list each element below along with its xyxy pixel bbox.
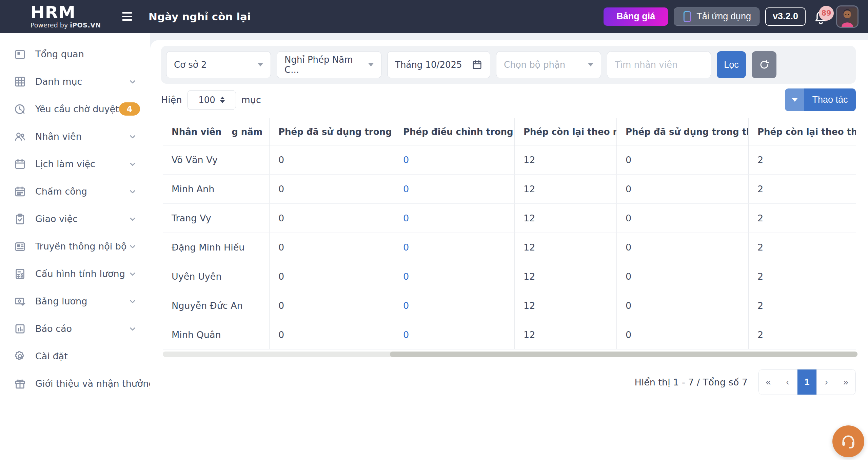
stepper-arrows-icon: [220, 97, 225, 103]
employee-name-cell: Võ Văn Vy: [163, 145, 270, 174]
actions-label: Thao tác: [804, 88, 856, 111]
version-button[interactable]: v3.2.0: [765, 7, 806, 26]
support-fab-button[interactable]: [832, 425, 864, 457]
adjusted-year-link[interactable]: 0: [403, 329, 409, 340]
chevron-down-icon: [127, 324, 138, 334]
sidebar-item-payroll-config[interactable]: Cấu hình tính lương: [0, 260, 150, 287]
column-header-label: Nhân viên: [172, 127, 221, 137]
notification-count-badge: 89: [819, 6, 834, 21]
sidebar-item-referral[interactable]: Giới thiệu và nhận thưởng: [0, 370, 150, 397]
table-row: Võ Văn Vy 0 0 12 0 2: [163, 145, 856, 175]
table-row: Minh Quân 0 0 12 0 2: [163, 320, 856, 349]
employee-name-cell: Nguyễn Đức An: [163, 291, 270, 320]
sidebar-item-settings[interactable]: Cài đặt: [0, 342, 150, 370]
column-header-remaining-month: Phép còn lại theo tháng: [749, 118, 856, 145]
department-select[interactable]: Chọn bộ phận: [496, 51, 601, 78]
used-month-cell: 0: [617, 204, 749, 233]
sidebar-item-tasks[interactable]: Giao việc: [0, 205, 150, 233]
employee-name-cell: Minh Quân: [163, 320, 270, 349]
adjusted-year-link[interactable]: 0: [403, 184, 409, 194]
page-title: Ngày nghỉ còn lại: [149, 11, 251, 23]
sidebar-item-label: Giao việc: [35, 214, 78, 224]
used-month-cell: 0: [617, 291, 749, 320]
column-header-remaining-year: Phép còn lại theo năm: [515, 118, 617, 145]
used-month-cell: 0: [617, 175, 749, 203]
next-page-button[interactable]: ›: [817, 369, 836, 395]
employee-name-cell: Minh Anh: [163, 175, 270, 203]
used-month-cell: 0: [617, 262, 749, 291]
department-placeholder: Chọn bộ phận: [504, 60, 565, 70]
sidebar-item-employees[interactable]: Nhân viên: [0, 123, 150, 150]
prev-page-button[interactable]: ‹: [778, 369, 797, 395]
month-picker[interactable]: Tháng 10/2025: [387, 51, 490, 78]
menu-toggle-icon[interactable]: [122, 10, 138, 23]
sidebar-item-overview[interactable]: Tổng quan: [0, 40, 150, 68]
employee-search-field: [607, 51, 711, 78]
caret-down-icon: [588, 63, 593, 66]
internal-comms-icon: [14, 240, 26, 253]
facility-select[interactable]: Cơ sở 2: [166, 51, 271, 78]
pending-count-badge: 4: [119, 102, 140, 116]
sidebar-item-internal-comms[interactable]: Truyền thông nội bộ: [0, 233, 150, 260]
used-year-cell: 0: [270, 262, 394, 291]
leave-type-value: Nghỉ Phép Năm C...: [284, 55, 368, 75]
refresh-button[interactable]: [752, 51, 776, 78]
download-app-button[interactable]: Tải ứng dụng: [674, 7, 760, 26]
chevron-down-icon: [127, 296, 138, 306]
sidebar-item-pending-requests[interactable]: Yêu cầu chờ duyệt 4: [0, 95, 150, 123]
leave-type-select[interactable]: Nghỉ Phép Năm C...: [277, 51, 381, 78]
filter-button[interactable]: Lọc: [717, 51, 746, 78]
first-page-button[interactable]: «: [759, 369, 778, 395]
sidebar-item-timekeeping[interactable]: Chấm công: [0, 178, 150, 205]
sidebar-item-label: Tổng quan: [35, 49, 84, 59]
refresh-icon: [759, 59, 770, 70]
remaining-month-cell: 2: [749, 262, 856, 291]
timekeeping-icon: [14, 185, 26, 198]
actions-caret-icon[interactable]: [785, 88, 804, 111]
remaining-month-cell: 2: [749, 175, 856, 203]
employee-name-cell: Uyên Uyên: [163, 262, 270, 291]
app-body: Tổng quan Danh mục Yêu cầu chờ duyệt 4 N…: [0, 33, 868, 460]
column-header-used-year: Phép đã sử dụng trong năm: [270, 118, 394, 145]
used-year-cell: 0: [270, 204, 394, 233]
user-avatar[interactable]: [836, 5, 859, 28]
adjusted-year-link[interactable]: 0: [403, 155, 409, 165]
caret-down-icon: [368, 63, 374, 66]
sidebar-item-categories[interactable]: Danh mục: [0, 68, 150, 95]
headset-icon: [840, 433, 857, 450]
sidebar-item-reports[interactable]: Báo cáo: [0, 315, 150, 342]
app-logo[interactable]: HRM Powered by iPOS.VN: [0, 4, 122, 29]
employees-icon: [14, 130, 26, 143]
pagination-buttons: « ‹ 1 › »: [758, 369, 856, 395]
sidebar-item-label: Giới thiệu và nhận thưởng: [35, 378, 155, 389]
chevron-down-icon: [127, 132, 138, 142]
page-size-value: 100: [198, 95, 215, 105]
notifications-button[interactable]: 89: [811, 7, 830, 26]
used-month-cell: 0: [617, 233, 749, 262]
chevron-down-icon: [127, 77, 138, 87]
actions-split-button[interactable]: Thao tác: [785, 88, 856, 111]
sidebar-item-label: Cấu hình tính lương: [35, 268, 125, 279]
table-header-row: Nhân viên g năm Phép đã sử dụng trong nă…: [163, 118, 856, 145]
adjusted-year-link[interactable]: 0: [403, 242, 409, 253]
page-1-button[interactable]: 1: [797, 369, 817, 395]
adjusted-year-link[interactable]: 0: [403, 271, 409, 282]
table-row: Trang Vy 0 0 12 0 2: [163, 204, 856, 233]
chevron-down-icon: [127, 186, 138, 197]
topbar-actions: Bảng giá Tải ứng dụng v3.2.0: [604, 5, 868, 28]
adjusted-year-link[interactable]: 0: [403, 213, 409, 223]
sidebar-item-work-schedule[interactable]: Lịch làm việc: [0, 150, 150, 178]
column-header-employee: Nhân viên g năm: [163, 118, 270, 145]
last-page-button[interactable]: »: [836, 369, 855, 395]
sidebar-item-payroll[interactable]: Bảng lương: [0, 287, 150, 315]
employee-search-input[interactable]: [607, 52, 711, 78]
horizontal-scrollbar[interactable]: [163, 352, 857, 357]
settings-icon: [14, 350, 26, 363]
page-size-stepper[interactable]: 100: [188, 90, 236, 110]
show-label: Hiện: [161, 95, 182, 105]
phone-icon: [682, 11, 692, 22]
scrollbar-thumb[interactable]: [390, 352, 857, 357]
adjusted-year-link[interactable]: 0: [403, 300, 409, 311]
content-card: Cơ sở 2 Nghỉ Phép Năm C... Tháng 10/2025…: [150, 40, 868, 460]
pricing-button[interactable]: Bảng giá: [604, 7, 668, 26]
